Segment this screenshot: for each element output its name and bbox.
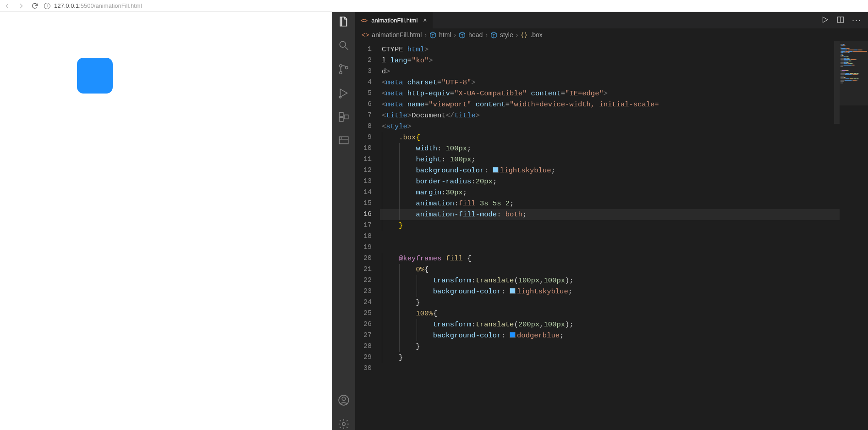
breadcrumb-file[interactable]: animationFill.html bbox=[372, 31, 422, 39]
breadcrumb-head[interactable]: head bbox=[468, 31, 483, 39]
url-port: :5500 bbox=[79, 2, 94, 9]
explorer-icon[interactable] bbox=[338, 16, 350, 28]
split-editor-icon[interactable] bbox=[836, 16, 845, 25]
editor-scrollbar[interactable] bbox=[834, 41, 840, 124]
breadcrumb-box[interactable]: .box bbox=[530, 31, 542, 39]
more-actions-icon[interactable]: ··· bbox=[852, 16, 862, 25]
vscode-window: <> animationFill.html × ··· <> animation… bbox=[332, 12, 868, 430]
cube-icon bbox=[459, 32, 466, 39]
cube-icon bbox=[429, 32, 436, 39]
css-braces-icon bbox=[521, 32, 527, 39]
run-icon[interactable] bbox=[821, 16, 829, 25]
svg-rect-8 bbox=[339, 137, 348, 143]
browser-toolbar: i 127.0.0.1:5500/animationFill.html bbox=[0, 0, 868, 12]
tab-label: animationFill.html bbox=[371, 17, 418, 24]
live-preview-icon[interactable] bbox=[338, 135, 350, 147]
svg-rect-7 bbox=[344, 115, 348, 119]
accounts-icon[interactable] bbox=[338, 394, 350, 406]
breadcrumb-html[interactable]: html bbox=[439, 31, 451, 39]
back-button[interactable] bbox=[3, 2, 12, 10]
url-host: 127.0.0.1 bbox=[54, 2, 79, 9]
svg-point-10 bbox=[342, 397, 346, 401]
extensions-icon[interactable] bbox=[338, 111, 350, 123]
breadcrumb-style[interactable]: style bbox=[500, 31, 513, 39]
url-path: /animationFill.html bbox=[94, 2, 142, 9]
svg-point-2 bbox=[340, 72, 342, 74]
source-control-icon[interactable] bbox=[338, 63, 350, 75]
browser-viewport[interactable] bbox=[0, 12, 332, 430]
svg-rect-6 bbox=[339, 117, 343, 121]
svg-point-11 bbox=[342, 423, 346, 426]
settings-gear-icon[interactable] bbox=[338, 418, 350, 430]
editor-area: <> animationFill.html × ··· <> animation… bbox=[355, 12, 868, 430]
editor-actions: ··· bbox=[821, 12, 868, 28]
rendered-box bbox=[77, 58, 113, 94]
forward-button[interactable] bbox=[16, 2, 26, 10]
cube-icon bbox=[490, 32, 497, 39]
tab-bar: <> animationFill.html × ··· bbox=[355, 12, 868, 28]
html-file-icon: <> bbox=[362, 31, 369, 39]
site-info-icon[interactable]: i bbox=[44, 3, 50, 9]
code-editor[interactable]: CTYPE html>l lang="ko">d><meta charset="… bbox=[380, 41, 840, 430]
html-file-icon: <> bbox=[361, 17, 368, 24]
line-number-gutter[interactable]: 1234567891011121314151617181920212223242… bbox=[355, 41, 380, 430]
minimap[interactable] bbox=[840, 41, 868, 430]
activity-bar bbox=[332, 12, 355, 430]
svg-point-0 bbox=[340, 41, 346, 47]
breadcrumbs[interactable]: <> animationFill.html › html › head › st… bbox=[355, 28, 868, 41]
svg-point-1 bbox=[340, 65, 342, 67]
run-debug-icon[interactable] bbox=[338, 87, 350, 99]
close-tab-icon[interactable]: × bbox=[423, 17, 427, 24]
svg-rect-5 bbox=[339, 112, 343, 116]
address-bar[interactable]: i 127.0.0.1:5500/animationFill.html bbox=[44, 2, 142, 9]
tab-animationfill[interactable]: <> animationFill.html × bbox=[355, 12, 433, 28]
search-icon[interactable] bbox=[338, 39, 350, 51]
reload-button[interactable] bbox=[30, 2, 39, 10]
